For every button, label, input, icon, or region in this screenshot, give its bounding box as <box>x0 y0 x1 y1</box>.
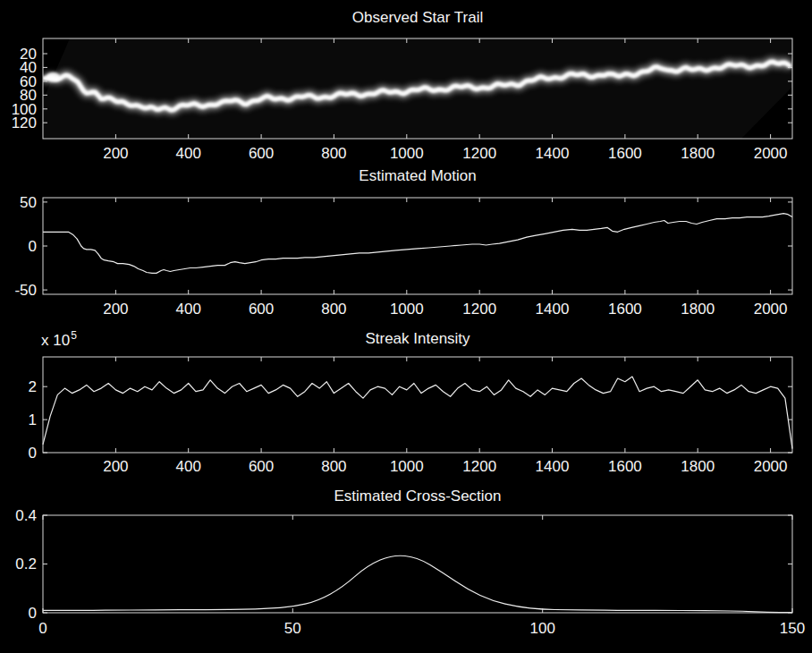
x-tick-label: 400 <box>176 145 201 162</box>
y-tick-label: 50 <box>20 194 37 211</box>
x-tick-label: 1600 <box>608 145 642 162</box>
y-tick-label: 0 <box>29 238 37 255</box>
x-tick-label: 400 <box>176 458 201 475</box>
y-tick-label: 0 <box>29 445 37 462</box>
intensity-line <box>43 377 792 449</box>
axes-4 <box>43 515 792 613</box>
x-tick-label: 1600 <box>608 458 642 475</box>
y-tick-label: 0.4 <box>15 507 37 524</box>
tick-labels-3: 200400600800100012001400160018002000210 <box>29 378 788 475</box>
plots-svg: 2004006008001000120014001600180020002040… <box>0 0 812 653</box>
x-tick-label: 1800 <box>681 301 715 318</box>
x-tick-label: 600 <box>249 458 274 475</box>
x-tick-label: 1200 <box>462 458 496 475</box>
x-tick-label: 50 <box>284 620 301 637</box>
x-tick-label: 2000 <box>754 145 788 162</box>
tick-labels-4: 0501001500.40.20 <box>15 507 805 637</box>
tick-labels-2: 200400600800100012001400160018002000500-… <box>14 194 787 318</box>
x-tick-label: 1800 <box>681 458 715 475</box>
y-tick-label: 2 <box>29 378 37 395</box>
cross-section-line <box>43 555 792 612</box>
axes-frame <box>43 515 792 613</box>
x-tick-label: 200 <box>103 145 128 162</box>
x-tick-label: 400 <box>176 301 201 318</box>
x-tick-label: 800 <box>321 458 346 475</box>
x-tick-label: 600 <box>249 301 274 318</box>
x-tick-label: 1000 <box>390 458 424 475</box>
y-tick-label: 0.2 <box>15 555 37 572</box>
x-tick-label: 1400 <box>536 301 570 318</box>
x-tick-label: 1200 <box>462 301 496 318</box>
axes-frame <box>43 357 792 453</box>
x-tick-label: 1000 <box>390 145 424 162</box>
y-tick-label: 0 <box>29 605 37 622</box>
x-tick-label: 1000 <box>390 301 424 318</box>
x-tick-label: 1200 <box>462 145 496 162</box>
x-tick-label: 1600 <box>608 301 642 318</box>
trail-start-blob <box>46 72 60 82</box>
y-tick-label: -50 <box>14 282 37 299</box>
x-tick-label: 1400 <box>536 145 570 162</box>
axes-3 <box>43 357 792 453</box>
x-tick-label: 1400 <box>536 458 570 475</box>
motion-line <box>43 214 792 274</box>
x-tick-label: 2000 <box>754 458 788 475</box>
x-tick-label: 100 <box>530 620 555 637</box>
star-trail-image <box>43 38 792 139</box>
x-tick-label: 1800 <box>681 145 715 162</box>
x-tick-label: 200 <box>103 458 128 475</box>
x-tick-label: 800 <box>321 145 346 162</box>
x-tick-label: 2000 <box>754 301 788 318</box>
axes-2 <box>43 198 792 294</box>
x-tick-label: 200 <box>103 301 128 318</box>
x-tick-label: 0 <box>38 620 47 637</box>
y-tick-label: 120 <box>12 114 37 131</box>
x-tick-label: 600 <box>249 145 274 162</box>
matlab-figure: Observed Star Trail Estimated Motion Str… <box>0 0 812 653</box>
x-tick-label: 150 <box>780 620 805 637</box>
y-tick-label: 1 <box>29 411 37 428</box>
axes-frame <box>43 198 792 294</box>
x-tick-label: 800 <box>321 301 346 318</box>
